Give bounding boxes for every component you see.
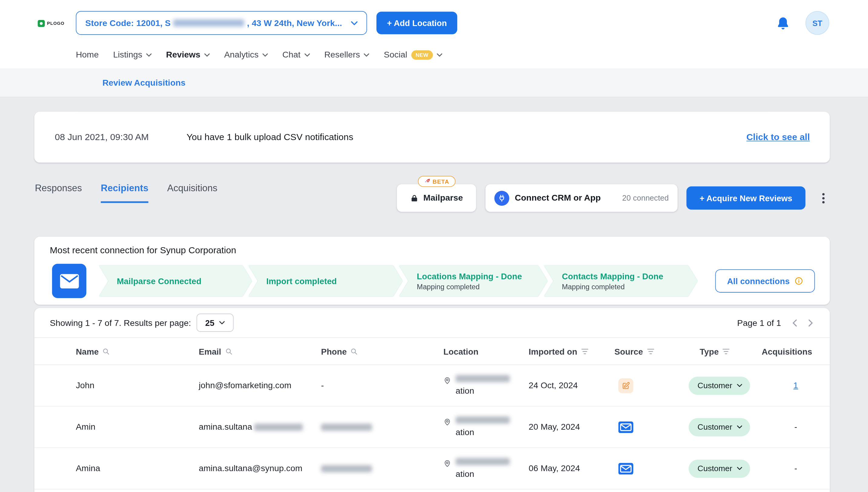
cell-source	[614, 421, 700, 433]
blurred-phone	[321, 465, 372, 472]
cell-acquisitions: -	[762, 422, 830, 432]
add-location-button[interactable]: + Add Location	[376, 11, 457, 34]
subnav-link-review-acquisitions[interactable]: Review Acquisitions	[102, 78, 185, 88]
cell-email: amina.sultana	[199, 422, 321, 432]
column-header-email[interactable]: Email	[199, 346, 321, 356]
nav-item-reviews[interactable]: Reviews	[166, 50, 210, 60]
cell-email: amina.sultana@synup.com	[199, 464, 321, 473]
column-label: Location	[443, 346, 478, 356]
location-text: ation	[455, 386, 510, 396]
nav-item-home[interactable]: Home	[76, 50, 99, 60]
cell-acquisitions: 1	[762, 380, 830, 391]
cell-phone: -	[321, 380, 443, 391]
connection-steps: Mailparse Connected Import completed Loc…	[99, 265, 698, 296]
tab-acquisitions[interactable]: Acquisitions	[167, 183, 217, 203]
cell-imported-on: 06 May, 2024	[529, 464, 614, 473]
connection-title: Most recent connection for Synup Corpora…	[50, 245, 236, 256]
brand-logo[interactable]: PLOGO	[38, 20, 64, 27]
column-label: Imported on	[529, 346, 577, 356]
column-label: Name	[76, 346, 99, 356]
next-page-button[interactable]	[808, 319, 813, 327]
nav-item-label: Analytics	[224, 50, 258, 60]
chevron-down-icon	[146, 53, 151, 57]
column-label: Acquisitions	[762, 346, 812, 356]
location-pin-icon	[443, 376, 451, 385]
cell-location: ation	[443, 416, 529, 437]
previous-page-button[interactable]	[792, 319, 797, 327]
nav-item-listings[interactable]: Listings	[113, 50, 152, 60]
type-dropdown[interactable]: Customer	[689, 376, 750, 395]
rocket-icon	[424, 178, 430, 185]
nav-item-label: Listings	[113, 50, 142, 60]
crm-label: Connect CRM or App	[515, 193, 601, 203]
chevron-down-icon	[437, 53, 442, 57]
column-header-type[interactable]: Type	[700, 346, 762, 356]
store-selector[interactable]: Store Code: 12001, S, 43 W 24th, New Yor…	[76, 11, 367, 35]
all-connections-button[interactable]: All connections	[715, 269, 815, 293]
chevron-down-icon	[304, 53, 310, 57]
column-header-acquisitions[interactable]: Acquisitions	[762, 346, 830, 356]
chevron-right-icon	[808, 319, 813, 327]
column-header-imported-on[interactable]: Imported on	[529, 346, 614, 356]
cell-type: Customer	[700, 418, 762, 436]
see-all-link[interactable]: Click to see all	[747, 132, 810, 143]
connection-step: Contacts Mapping - Done Mapping complete…	[544, 265, 698, 296]
type-dropdown[interactable]: Customer	[689, 459, 750, 477]
location-pin-icon	[443, 459, 451, 468]
crm-connected-count: 20 connected	[622, 194, 669, 202]
email-source-icon[interactable]	[618, 463, 700, 474]
cell-phone	[321, 422, 443, 432]
column-header-phone[interactable]: Phone	[321, 346, 443, 356]
chevron-down-icon	[219, 321, 225, 325]
more-options-button[interactable]	[817, 190, 830, 206]
nav-item-label: Reviews	[166, 50, 200, 60]
tab-responses[interactable]: Responses	[35, 183, 82, 203]
connect-crm-button[interactable]: Connect CRM or App 20 connected	[486, 184, 678, 212]
tab-label: Responses	[35, 183, 82, 194]
nav-item-analytics[interactable]: Analytics	[224, 50, 268, 60]
nav-item-label: Resellers	[324, 50, 360, 60]
tab-label: Recipients	[101, 183, 148, 194]
cell-name: Amin	[76, 422, 199, 432]
logo-icon	[38, 20, 45, 27]
cell-phone	[321, 464, 443, 473]
email-source-icon[interactable]	[618, 421, 700, 433]
step-title: Mailparse Connected	[117, 276, 237, 286]
edit-source-icon[interactable]	[618, 378, 633, 393]
top-header: PLOGO Store Code: 12001, S, 43 W 24th, N…	[0, 0, 868, 69]
blurred-store-name	[173, 19, 244, 27]
column-header-source[interactable]: Source	[614, 346, 700, 356]
tab-label: Acquisitions	[167, 183, 217, 194]
acquisitions-value: -	[794, 464, 797, 473]
location-pin-icon	[443, 418, 451, 426]
type-value: Customer	[698, 422, 732, 431]
chevron-down-icon	[351, 21, 358, 25]
cell-imported-on: 24 Oct, 2024	[529, 380, 614, 391]
nav-item-resellers[interactable]: Resellers	[324, 50, 370, 60]
search-icon	[225, 348, 232, 355]
acquisitions-link[interactable]: 1	[794, 380, 798, 390]
kebab-icon	[822, 193, 824, 203]
main-nav: Home Listings Reviews Analytics Chat Res…	[76, 47, 442, 63]
chevron-down-icon	[737, 467, 742, 470]
column-header-name[interactable]: Name	[76, 346, 199, 356]
avatar[interactable]: ST	[805, 11, 829, 35]
blurred-email	[254, 424, 303, 431]
chevron-left-icon	[792, 319, 797, 327]
acquire-new-reviews-button[interactable]: + Acquire New Reviews	[686, 187, 805, 210]
column-label: Type	[700, 346, 719, 356]
pagination-label: Page 1 of 1	[737, 318, 781, 328]
connection-step: Import completed	[249, 265, 402, 296]
step-subtitle: Mapping completed	[417, 282, 533, 291]
nav-item-social[interactable]: Social NEW	[384, 50, 442, 60]
tab-recipients[interactable]: Recipients	[101, 183, 148, 203]
cell-acquisitions: -	[762, 464, 830, 473]
type-dropdown[interactable]: Customer	[689, 418, 750, 436]
blurred-location	[455, 375, 510, 382]
mailparse-button[interactable]: BETA Mailparse	[397, 184, 476, 212]
column-header-location[interactable]: Location	[443, 346, 529, 356]
nav-item-chat[interactable]: Chat	[282, 50, 310, 60]
per-page-select[interactable]: 25	[196, 314, 234, 331]
recipients-table-card: Showing 1 - 7 of 7. Results per page: 25…	[34, 308, 830, 492]
notifications-bell-button[interactable]	[774, 15, 791, 32]
